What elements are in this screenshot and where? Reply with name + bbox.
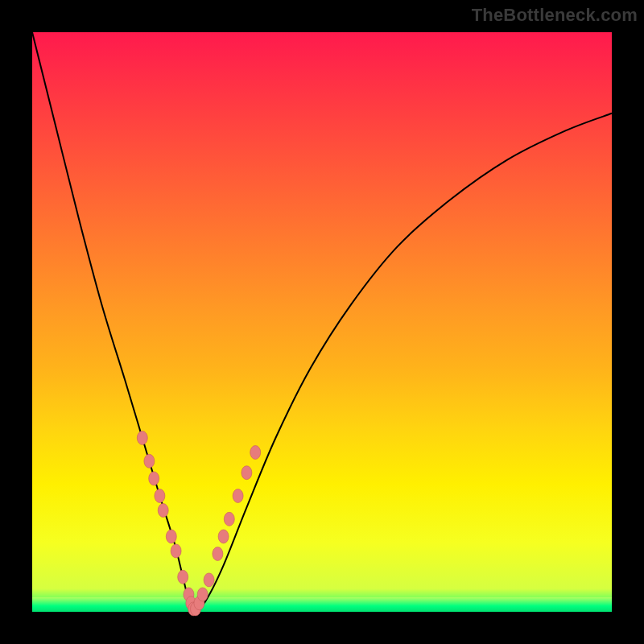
data-marker [242,466,252,480]
data-marker [155,489,165,503]
data-marker [197,588,208,601]
data-marker [137,431,147,445]
watermark-text: TheBottleneck.com [472,5,638,26]
data-marker [144,454,155,468]
data-marker [158,504,168,518]
data-marker [166,530,176,543]
data-marker [250,446,261,460]
marker-group [137,431,260,616]
data-marker [233,489,243,503]
plot-area [32,32,612,612]
chart-frame: TheBottleneck.com [0,0,644,644]
data-marker [224,512,234,526]
data-marker [171,544,181,558]
data-marker [204,573,214,587]
data-marker [218,530,229,543]
curve-layer [32,32,612,612]
bottleneck-curve [32,32,612,612]
data-marker [178,570,188,584]
data-marker [213,547,223,561]
data-marker [149,472,159,485]
